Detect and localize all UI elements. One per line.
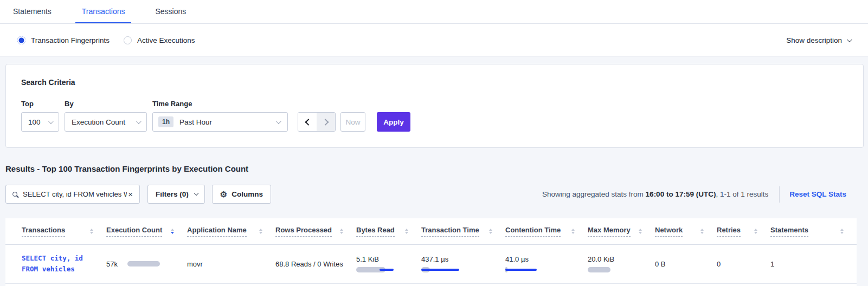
top-select[interactable]: 100 <box>21 112 59 132</box>
by-field: By Execution Count <box>59 100 147 132</box>
filters-label: Filters (0) <box>156 190 189 198</box>
chevron-down-icon <box>136 119 142 124</box>
cell-max-memory: 20.0 KiB <box>588 244 655 283</box>
sort-icon[interactable] <box>340 229 343 234</box>
cell-bytes-read: 5.1 KiB <box>356 244 421 283</box>
apply-button[interactable]: Apply <box>377 112 410 132</box>
filters-button[interactable]: Filters (0) <box>147 185 205 204</box>
table-header-row: Transactions Execution Count Application… <box>5 218 857 244</box>
bytes-read-bar <box>356 267 400 272</box>
top-field: Top 100 <box>21 100 59 132</box>
vertical-divider <box>779 186 780 203</box>
execution-count-value: 57k <box>106 260 118 268</box>
columns-button[interactable]: ⚙ Columns <box>212 185 271 204</box>
radio-label: Active Executions <box>137 36 195 44</box>
time-range-value: Past Hour <box>179 118 276 126</box>
chevron-right-icon <box>322 119 329 126</box>
col-statements[interactable]: Statements <box>770 226 808 237</box>
aggregated-stats-text: Showing aggregated stats from 16:00 to 1… <box>542 190 768 198</box>
col-network[interactable]: Network <box>655 226 683 237</box>
col-transaction-time[interactable]: Transaction Time <box>421 226 479 237</box>
cell-contention-time: 41.0 µs <box>505 244 588 283</box>
sort-icon[interactable] <box>840 229 844 234</box>
transaction-time-bar <box>421 267 465 272</box>
max-memory-value: 20.0 KiB <box>588 255 655 263</box>
chevron-left-icon <box>305 119 312 126</box>
show-description-toggle[interactable]: Show description <box>786 36 851 44</box>
time-next-button[interactable] <box>317 113 335 131</box>
sql-search-input[interactable] <box>23 190 127 198</box>
retries-value: 0 <box>717 260 721 268</box>
transaction-time-value: 437.1 µs <box>421 255 505 263</box>
sort-icon[interactable] <box>259 229 262 234</box>
max-memory-bar <box>588 267 631 272</box>
sort-icon[interactable] <box>489 229 492 234</box>
cell-network: 0 B <box>655 244 717 283</box>
search-icon <box>12 192 17 197</box>
tab-statements[interactable]: Statements <box>7 7 58 23</box>
col-transactions[interactable]: Transactions <box>22 226 65 237</box>
stats-time-range: 16:00 to 17:59 (UTC) <box>646 190 716 198</box>
application-name-value: movr <box>187 260 203 268</box>
cell-execution-count: 57k <box>106 244 187 283</box>
reset-sql-stats-link[interactable]: Reset SQL Stats <box>789 190 846 198</box>
gear-icon: ⚙ <box>220 190 227 198</box>
search-criteria-card: Search Criteria Top 100 By Execution Cou… <box>5 64 864 148</box>
transactions-table: Transactions Execution Count Application… <box>5 218 857 284</box>
col-execution-count[interactable]: Execution Count <box>106 226 162 237</box>
time-nav-group <box>298 112 336 132</box>
sort-icon[interactable] <box>754 229 757 234</box>
view-toggle-bar: Transaction Fingerprints Active Executio… <box>0 24 868 57</box>
results-table-card: Transactions Execution Count Application… <box>5 218 857 286</box>
sort-icon-desc[interactable] <box>171 229 174 234</box>
time-range-field: Time Range 1h Past Hour <box>152 100 288 132</box>
tab-transactions[interactable]: Transactions <box>75 7 132 23</box>
radio-label: Transaction Fingerprints <box>31 36 110 44</box>
top-label: Top <box>21 100 59 108</box>
radio-transaction-fingerprints[interactable]: Transaction Fingerprints <box>17 36 110 44</box>
sort-icon[interactable] <box>405 229 408 234</box>
chevron-down-icon <box>276 119 281 124</box>
sort-icon[interactable] <box>639 229 642 234</box>
cell-transaction-time: 437.1 µs <box>421 244 505 283</box>
cell-rows-processed: 68.8 Reads / 0 Writes <box>275 244 356 283</box>
sort-icon[interactable] <box>571 229 575 234</box>
columns-label: Columns <box>232 190 263 198</box>
col-contention-time[interactable]: Contention Time <box>505 226 561 237</box>
cell-transaction-fingerprint: SELECT city, id FROM vehicles <box>5 244 106 283</box>
col-rows-processed[interactable]: Rows Processed <box>275 226 332 237</box>
results-heading: Results - Top 100 Transaction Fingerprin… <box>5 164 868 173</box>
statements-value: 1 <box>770 260 774 268</box>
contention-time-value: 41.0 µs <box>505 255 588 263</box>
now-button[interactable]: Now <box>340 112 365 132</box>
col-application-name[interactable]: Application Name <box>187 226 247 237</box>
time-prev-button[interactable] <box>298 113 317 131</box>
network-value: 0 B <box>655 260 666 268</box>
radio-selected-icon <box>17 36 25 44</box>
tab-sessions[interactable]: Sessions <box>149 7 192 23</box>
sql-search-box[interactable]: × <box>5 185 140 204</box>
chevron-down-icon <box>48 119 54 124</box>
contention-time-bar <box>505 267 549 272</box>
sort-icon[interactable] <box>90 229 93 234</box>
col-bytes-read[interactable]: Bytes Read <box>356 226 395 237</box>
col-retries[interactable]: Retries <box>717 226 741 237</box>
col-max-memory[interactable]: Max Memory <box>588 226 631 237</box>
search-criteria-title: Search Criteria <box>21 78 848 87</box>
sort-icon[interactable] <box>700 229 704 234</box>
by-select-value: Execution Count <box>72 118 125 126</box>
radio-active-executions[interactable]: Active Executions <box>124 36 195 44</box>
radio-unselected-icon <box>124 36 132 44</box>
bytes-read-value: 5.1 KiB <box>356 255 421 263</box>
time-range-badge: 1h <box>158 116 173 127</box>
time-range-select[interactable]: 1h Past Hour <box>152 112 288 132</box>
by-select[interactable]: Execution Count <box>65 112 147 132</box>
execution-count-bar <box>127 261 161 266</box>
chevron-down-icon <box>847 37 852 42</box>
cell-application-name: movr <box>187 244 275 283</box>
show-description-label: Show description <box>786 36 842 44</box>
top-tab-bar: Statements Transactions Sessions <box>0 0 868 24</box>
clear-search-icon[interactable]: × <box>127 190 134 199</box>
cell-statements: 1 <box>770 244 857 283</box>
transaction-fingerprint-link[interactable]: SELECT city, id FROM vehicles <box>22 253 106 275</box>
